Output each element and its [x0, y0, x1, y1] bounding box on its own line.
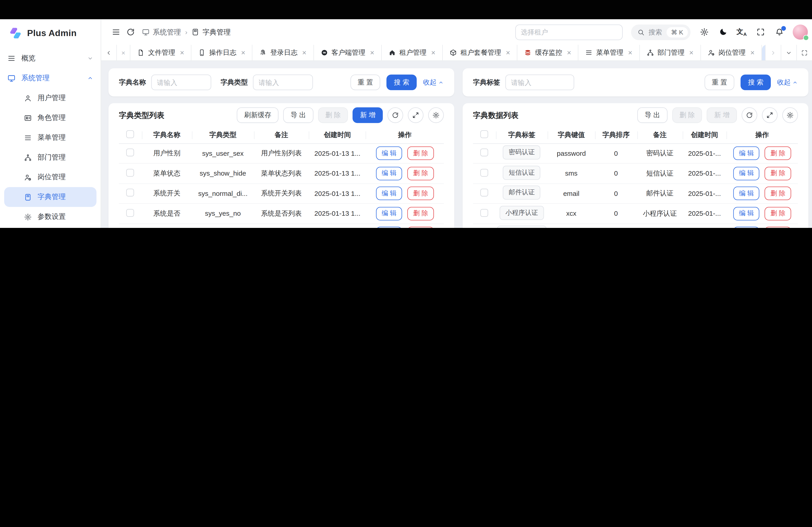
- sidebar-item[interactable]: 用户管理: [0, 88, 101, 108]
- select-all-checkbox[interactable]: [126, 131, 134, 138]
- table-settings-button[interactable]: [428, 107, 444, 123]
- edit-button[interactable]: 编 辑: [733, 187, 760, 200]
- collapse-search-link[interactable]: 收起: [777, 78, 798, 87]
- tab-overflow-close[interactable]: ×: [117, 45, 130, 60]
- tab-close-icon[interactable]: ×: [689, 49, 694, 56]
- tab[interactable]: 岗位管理 ×: [701, 45, 762, 60]
- table-refresh-button[interactable]: [742, 107, 757, 123]
- table-expand-button[interactable]: [762, 107, 778, 123]
- collapse-search-link[interactable]: 收起: [423, 78, 444, 87]
- fullscreen-button[interactable]: [755, 27, 766, 37]
- sidebar-item[interactable]: 部门管理: [0, 147, 101, 167]
- user-avatar[interactable]: [793, 25, 808, 40]
- global-search-button[interactable]: 搜索 ⌘ K: [631, 24, 691, 40]
- sidebar-item[interactable]: 岗位管理: [0, 167, 101, 187]
- dict-label-input[interactable]: [505, 75, 574, 90]
- table-refresh-button[interactable]: [388, 107, 403, 123]
- tab-close-icon[interactable]: ×: [628, 49, 633, 56]
- tab-close-icon[interactable]: ×: [431, 49, 436, 56]
- search-button[interactable]: 搜 索: [387, 75, 417, 90]
- breadcrumb-section[interactable]: 系统管理: [153, 27, 181, 37]
- delete-button[interactable]: 删 除: [765, 187, 791, 200]
- content-fullscreen-button[interactable]: [796, 45, 812, 60]
- tab[interactable]: 租户管理 ×: [382, 45, 443, 60]
- export-button[interactable]: 导 出: [283, 107, 313, 123]
- sidebar-item[interactable]: 概览: [0, 48, 101, 68]
- row-checkbox[interactable]: [126, 149, 134, 157]
- tab[interactable]: 缓存监控 ×: [518, 45, 579, 60]
- tab[interactable]: 操作日志 ×: [191, 45, 252, 60]
- tabs-scroll-right-button[interactable]: [765, 45, 781, 60]
- table-expand-button[interactable]: [408, 107, 423, 123]
- tenant-select-input[interactable]: [515, 24, 623, 40]
- page-refresh-button[interactable]: [123, 25, 138, 40]
- add-button[interactable]: 新 增: [707, 107, 737, 123]
- edit-button[interactable]: 编 辑: [376, 167, 402, 180]
- tab[interactable]: 租户套餐管理 ×: [443, 45, 518, 60]
- sidebar-item[interactable]: 角色管理: [0, 108, 101, 128]
- sidebar-item[interactable]: 通知公告: [0, 227, 101, 228]
- tabs-scroll-left-button[interactable]: [101, 45, 117, 60]
- edit-button[interactable]: 编 辑: [376, 227, 402, 228]
- delete-button[interactable]: 删 除: [765, 207, 791, 220]
- sidebar-item[interactable]: 字典管理: [4, 187, 96, 207]
- add-button[interactable]: 新 增: [353, 107, 383, 123]
- dark-mode-toggle[interactable]: [718, 27, 728, 37]
- dict-type-input[interactable]: [253, 75, 313, 90]
- edit-button[interactable]: 编 辑: [733, 207, 760, 220]
- sidebar-item[interactable]: 参数设置: [0, 207, 101, 227]
- edit-button[interactable]: 编 辑: [376, 147, 402, 160]
- edit-button[interactable]: 编 辑: [376, 207, 402, 220]
- delete-button[interactable]: 删 除: [318, 107, 348, 123]
- search-button[interactable]: 搜 索: [741, 75, 771, 90]
- delete-button[interactable]: 删 除: [672, 107, 702, 123]
- delete-button[interactable]: 删 除: [407, 227, 434, 228]
- tabs-menu-button[interactable]: [781, 45, 796, 60]
- tab[interactable]: 文件管理 ×: [130, 45, 191, 60]
- tab[interactable]: 部门管理 ×: [640, 45, 701, 60]
- reset-button[interactable]: 重 置: [350, 75, 380, 90]
- tab-close-icon[interactable]: ×: [180, 49, 184, 56]
- delete-button[interactable]: 删 除: [407, 187, 434, 200]
- edit-button[interactable]: 编 辑: [733, 147, 760, 160]
- delete-button[interactable]: 删 除: [765, 147, 791, 160]
- row-checkbox[interactable]: [126, 169, 134, 177]
- row-checkbox[interactable]: [480, 209, 488, 217]
- delete-button[interactable]: 删 除: [407, 207, 434, 220]
- row-checkbox[interactable]: [480, 189, 488, 197]
- tab[interactable]: 菜单管理 ×: [579, 45, 640, 60]
- tab[interactable]: 登录日志 ×: [252, 45, 314, 60]
- tab-close-icon[interactable]: ×: [370, 49, 374, 56]
- sidebar-toggle-button[interactable]: [108, 25, 123, 40]
- settings-button[interactable]: [699, 27, 709, 37]
- refresh-cache-button[interactable]: 刷新缓存: [237, 107, 278, 123]
- edit-button[interactable]: 编 辑: [376, 187, 402, 200]
- delete-button[interactable]: 删 除: [765, 227, 791, 228]
- select-all-checkbox[interactable]: [480, 131, 488, 138]
- language-toggle[interactable]: 文A: [737, 27, 747, 37]
- row-checkbox[interactable]: [480, 169, 488, 177]
- edit-button[interactable]: 编 辑: [733, 167, 760, 180]
- notifications-button[interactable]: [774, 27, 784, 37]
- row-checkbox[interactable]: [480, 149, 488, 157]
- delete-button[interactable]: 删 除: [407, 167, 434, 180]
- tab-close-icon[interactable]: ×: [241, 49, 245, 56]
- reset-button[interactable]: 重 置: [705, 75, 735, 90]
- sidebar-item[interactable]: 菜单管理: [0, 127, 101, 147]
- tab-close-icon[interactable]: ×: [302, 49, 306, 56]
- edit-button[interactable]: 编 辑: [733, 227, 760, 228]
- table-settings-button[interactable]: [782, 107, 798, 123]
- row-checkbox[interactable]: [126, 189, 134, 197]
- sidebar-item[interactable]: 系统管理: [0, 68, 101, 88]
- tab-close-icon[interactable]: ×: [506, 49, 510, 56]
- delete-button[interactable]: 删 除: [765, 167, 791, 180]
- row-checkbox[interactable]: [126, 209, 134, 217]
- tab-close-icon[interactable]: ×: [567, 49, 571, 56]
- delete-button[interactable]: 删 除: [407, 147, 434, 160]
- tab[interactable]: 字典管理 ×: [762, 45, 765, 60]
- tab-close-icon[interactable]: ×: [750, 49, 754, 56]
- tab[interactable]: 客户端管理 ×: [314, 45, 382, 60]
- export-button[interactable]: 导 出: [637, 107, 667, 123]
- dict-name-input[interactable]: [151, 75, 211, 90]
- breadcrumb-page[interactable]: 字典管理: [203, 27, 231, 37]
